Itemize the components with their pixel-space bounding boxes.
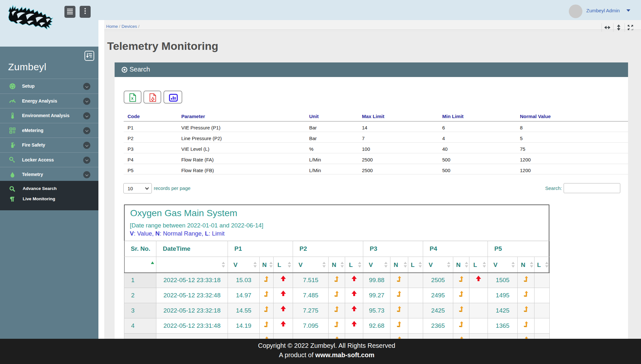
svg-text:x: x <box>131 96 134 101</box>
